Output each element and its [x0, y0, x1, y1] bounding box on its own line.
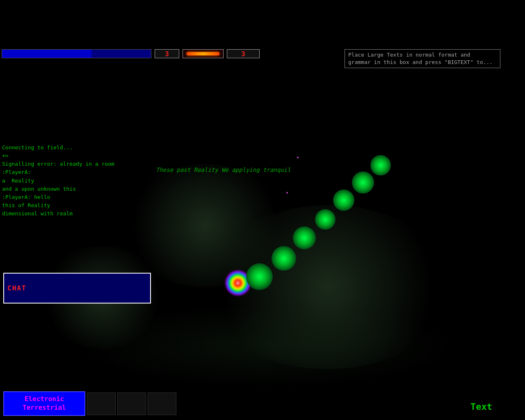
console-line-7: this of Reality — [2, 201, 150, 210]
console-line-3: :PlayerA: — [2, 168, 150, 176]
bottom-panel-3 — [148, 393, 176, 415]
electronic-label-2: Terrestrial — [23, 404, 66, 412]
chat-label: CHAT — [7, 284, 27, 292]
bottom-panel-2 — [117, 393, 146, 415]
counter-box-2: 3 — [227, 49, 260, 58]
weapon-display — [183, 49, 224, 58]
chat-box[interactable]: CHAT — [3, 273, 151, 304]
console-line-2: Signalling error: already in a room — [2, 160, 150, 168]
bigtext-box: Place Large Texts in normal format and g… — [345, 49, 500, 68]
bottom-smoke — [82, 305, 451, 387]
text-label: Text — [470, 402, 492, 412]
entity-6 — [272, 246, 296, 271]
console-line-6: :PlayerA: hello — [2, 193, 150, 201]
pixel-dot-1 — [297, 157, 299, 158]
entity-4 — [315, 209, 336, 230]
weapon-glow — [187, 52, 219, 55]
counter1-value: 3 — [165, 50, 169, 58]
bigtext-line2: grammar in this box and press "BIGTEXT" … — [348, 59, 497, 66]
console-line-5: and a upon unknown this — [2, 185, 150, 193]
entity-7 — [246, 263, 273, 290]
counter-box-1: 3 — [155, 49, 179, 58]
bottom-panel-1 — [87, 393, 116, 415]
center-floating-text: These past Reality We applying tranquil — [156, 167, 291, 173]
pixel-dot-2 — [286, 192, 288, 194]
health-bar — [2, 49, 151, 58]
entity-5 — [293, 226, 316, 249]
console-line-1: +> — [2, 152, 150, 160]
console-line-8: dimensional with realm — [2, 210, 150, 218]
health-bar-fill — [2, 50, 91, 58]
entity-2 — [352, 171, 374, 194]
entity-1 — [370, 155, 391, 176]
electronic-label-1: Electronic — [25, 395, 64, 404]
rainbow-center — [226, 271, 250, 295]
console-log: Connecting to field... +> Signalling err… — [2, 144, 150, 218]
console-line-4: a Reality — [2, 177, 150, 185]
entity-3 — [333, 189, 354, 211]
bottom-bar: Electronic Terrestrial Text — [0, 387, 525, 420]
console-line-0: Connecting to field... — [2, 144, 150, 152]
counter2-value: 3 — [241, 50, 245, 58]
bigtext-line1: Place Large Texts in normal format and — [348, 51, 497, 59]
electronic-button[interactable]: Electronic Terrestrial — [3, 391, 85, 416]
